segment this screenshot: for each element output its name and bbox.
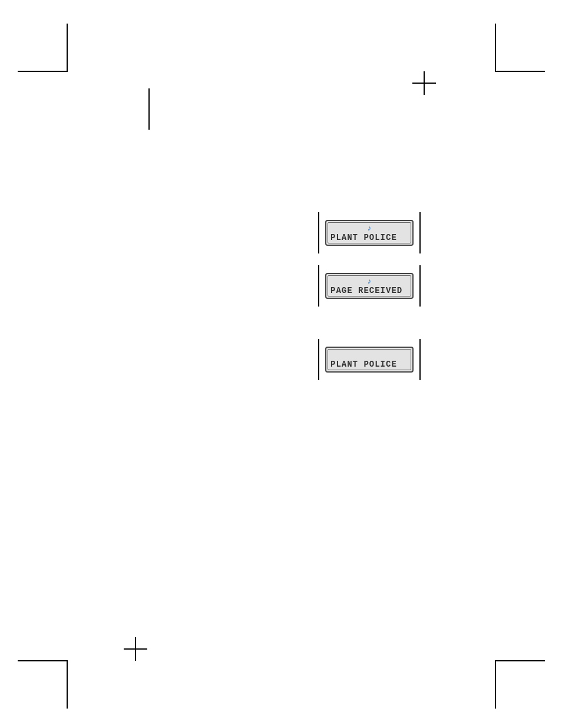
crop-mark-tl-v	[67, 24, 68, 72]
crop-mark-tr-h	[495, 71, 545, 72]
lcd-display-3: PLANT POLICE	[325, 347, 414, 373]
lcd-text-2: PAGE RECEIVED	[330, 286, 402, 295]
interior-mark-v	[148, 88, 150, 130]
side-bar-right	[419, 265, 421, 307]
crop-mark-tl-h	[18, 71, 68, 72]
crop-mark-br-v	[495, 660, 496, 709]
lcd-display-group-1: ♪ PLANT POLICE	[318, 212, 421, 253]
side-bar-left	[318, 265, 319, 307]
music-note-icon: ♪	[367, 225, 372, 232]
side-bar-right	[419, 212, 421, 253]
lcd-display-group-2: ♪ PAGE RECEIVED	[318, 265, 421, 307]
music-note-icon: ♪	[367, 278, 372, 285]
reg-plus-bl-v	[135, 637, 136, 661]
lcd-display-2: ♪ PAGE RECEIVED	[325, 273, 414, 299]
lcd-text-1: PLANT POLICE	[330, 233, 397, 242]
lcd-text-3: PLANT POLICE	[330, 360, 397, 369]
reg-plus-tr-v	[424, 71, 425, 95]
side-bar-left	[318, 339, 319, 380]
lcd-display-group-3: PLANT POLICE	[318, 339, 421, 380]
lcd-display-1: ♪ PLANT POLICE	[325, 220, 414, 246]
crop-mark-tr-v	[495, 24, 496, 72]
side-bar-left	[318, 212, 319, 253]
crop-mark-br-h	[495, 660, 545, 661]
crop-mark-bl-h	[18, 660, 68, 661]
crop-mark-bl-v	[67, 660, 68, 709]
side-bar-right	[419, 339, 421, 380]
